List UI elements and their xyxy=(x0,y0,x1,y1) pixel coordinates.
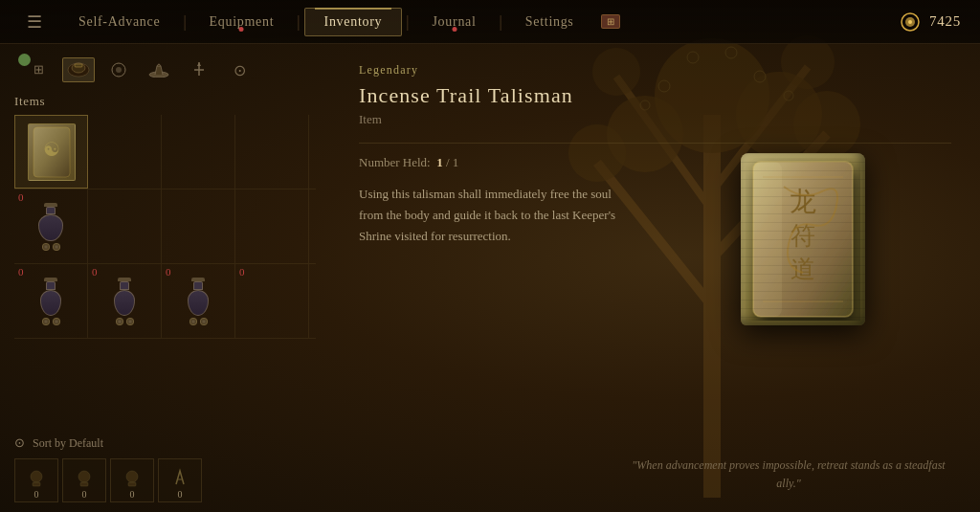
item-rarity: Legendary xyxy=(359,63,951,78)
item-type: Item xyxy=(359,112,951,127)
svg-rect-36 xyxy=(80,482,88,486)
hotbar-slot-4[interactable]: 0 xyxy=(158,458,202,502)
grid-cell-empty-3[interactable] xyxy=(235,115,309,189)
grid-cell-empty-1[interactable] xyxy=(88,115,162,189)
hotbar-count-4: 0 xyxy=(178,489,183,500)
item-quote: "When advancement proves impossible, ret… xyxy=(626,437,951,493)
items-label: Items xyxy=(14,94,316,109)
inventory-grid: ☯ 0 xyxy=(14,115,316,428)
svg-point-25 xyxy=(116,67,122,73)
talisman-3d-visual: 龙 符 道 xyxy=(741,153,865,325)
grid-cell-empty-4[interactable] xyxy=(88,189,162,263)
cell-count-5: 0 xyxy=(239,266,245,278)
hotbar-count-3: 0 xyxy=(130,489,135,500)
hotbar-count-2: 0 xyxy=(82,489,87,500)
svg-rect-41 xyxy=(753,162,853,317)
grid-cell-potion-4[interactable]: 0 xyxy=(162,264,235,338)
svg-point-37 xyxy=(126,471,138,482)
journal-dot xyxy=(452,27,457,32)
hotbar-row: 0 0 xyxy=(14,458,316,502)
right-panel: Legendary Incense Trail Talisman Item Nu… xyxy=(330,44,980,512)
item-description: Using this talisman shall immediately fr… xyxy=(359,184,627,247)
nav-sep-3: | xyxy=(402,13,412,31)
left-panel: ⊞ xyxy=(0,44,330,512)
cat-badge-bag xyxy=(18,54,31,66)
cell-count-2: 0 xyxy=(18,266,24,278)
currency-display: 7425 xyxy=(899,11,961,33)
bottom-area: ⊙ Sort by Default 0 xyxy=(14,428,316,502)
nav-sep-4: | xyxy=(496,13,506,31)
svg-text:☯: ☯ xyxy=(43,139,60,160)
item-3d-display: 龙 符 道 xyxy=(741,153,865,325)
potion-item-1 xyxy=(33,203,69,251)
hotbar-slot-3[interactable]: 0 xyxy=(110,458,154,502)
svg-text:符: 符 xyxy=(791,222,815,250)
svg-rect-34 xyxy=(33,482,40,486)
cat-icon-star[interactable] xyxy=(102,57,135,82)
currency-icon xyxy=(899,11,922,33)
item-held-label: Number Held: xyxy=(359,155,431,169)
equipment-dot xyxy=(239,27,244,32)
nav-item-settings[interactable]: Settings xyxy=(506,9,593,35)
cat-icon-bag[interactable]: ⊞ xyxy=(22,57,55,82)
grid-cell-talisman[interactable]: ☯ xyxy=(14,115,88,189)
cell-count-3: 0 xyxy=(92,266,98,278)
cat-icon-sword[interactable] xyxy=(183,57,215,82)
grid-row-2: 0 xyxy=(14,189,316,264)
grid-cell-empty-6[interactable] xyxy=(235,189,309,263)
menu-icon: ☰ xyxy=(19,7,50,37)
svg-point-35 xyxy=(78,471,90,482)
sort-label: Sort by Default xyxy=(33,436,103,451)
cat-icon-badge[interactable]: ⊙ xyxy=(223,57,256,82)
hotbar-slot-2[interactable]: 0 xyxy=(62,458,106,502)
svg-rect-40 xyxy=(753,162,853,317)
grid-cell-potion-2[interactable]: 0 xyxy=(14,264,88,338)
item-held-max: 1 xyxy=(453,155,459,169)
nav-sep-2: | xyxy=(293,13,303,31)
potion-item-4 xyxy=(180,278,216,325)
svg-point-33 xyxy=(31,471,42,482)
cat-icon-hat[interactable] xyxy=(143,57,175,82)
svg-rect-47 xyxy=(753,162,782,317)
currency-value: 7425 xyxy=(929,13,961,30)
grid-cell-empty-5[interactable] xyxy=(162,189,235,263)
cat-icon-active[interactable] xyxy=(62,57,95,82)
grid-cell-potion-3[interactable]: 0 xyxy=(88,264,162,338)
talisman-item-visual: ☯ xyxy=(28,123,76,181)
item-held-sep: / xyxy=(446,155,453,169)
grid-cell-empty-2[interactable] xyxy=(162,115,235,189)
grid-cell-potion-1[interactable]: 0 xyxy=(14,189,88,263)
hotbar-slot-1[interactable]: 0 xyxy=(14,458,58,502)
item-name: Incense Trail Talisman xyxy=(359,83,951,108)
sort-icon: ⊙ xyxy=(14,435,25,451)
potion-item-2 xyxy=(33,278,69,325)
category-row: ⊞ xyxy=(14,54,316,86)
cell-count-4: 0 xyxy=(166,266,171,278)
hotbar-count-1: 0 xyxy=(34,489,39,500)
nav-item-self-advance[interactable]: Self-Advance xyxy=(59,9,179,35)
sort-row[interactable]: ⊙ Sort by Default xyxy=(14,435,316,451)
item-divider xyxy=(359,143,951,144)
nav-item-inventory[interactable]: Inventory xyxy=(304,8,403,36)
svg-rect-38 xyxy=(128,482,136,486)
nav-items-list: Self-Advance | Equipment | Inventory | J… xyxy=(59,8,899,36)
grid-row-3: 0 0 xyxy=(14,264,316,339)
nav-item-journal[interactable]: Journal xyxy=(412,9,495,35)
cell-count-1: 0 xyxy=(18,191,24,203)
item-held-current: 1 xyxy=(436,155,443,169)
grid-row-1: ☯ xyxy=(14,115,316,189)
svg-text:道: 道 xyxy=(791,256,815,283)
nav-item-equipment[interactable]: Equipment xyxy=(190,9,294,35)
svg-rect-23 xyxy=(75,64,82,67)
svg-text:龙: 龙 xyxy=(790,187,816,216)
potion-item-3 xyxy=(106,278,143,325)
nav-sep-1: | xyxy=(179,13,189,31)
svg-point-20 xyxy=(908,20,912,24)
nav-badge: ⊞ xyxy=(601,14,620,29)
grid-cell-empty-7[interactable]: 0 xyxy=(235,264,309,338)
svg-marker-29 xyxy=(197,62,201,66)
navigation-bar: ☰ Self-Advance | Equipment | Inventory |… xyxy=(0,0,980,44)
